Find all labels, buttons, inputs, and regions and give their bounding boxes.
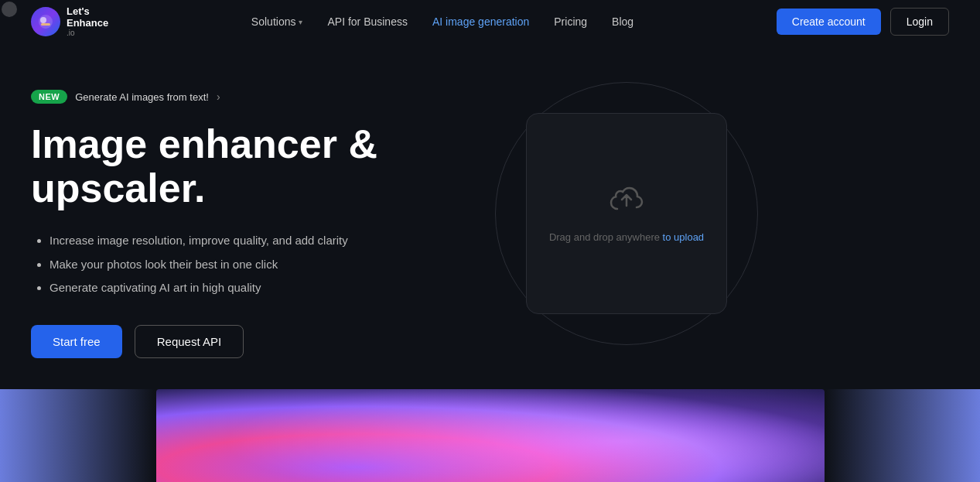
- hero-left: NEW Generate AI images from text! › Imag…: [31, 82, 464, 358]
- bottom-bg-right: [825, 389, 980, 482]
- hero-section: NEW Generate AI images from text! › Imag…: [0, 43, 980, 389]
- new-badge: NEW: [31, 90, 67, 104]
- nav-pricing[interactable]: Pricing: [554, 15, 587, 28]
- new-badge-row: NEW Generate AI images from text! ›: [31, 90, 464, 104]
- svg-rect-2: [41, 23, 50, 26]
- nav-api-business[interactable]: API for Business: [327, 15, 408, 28]
- logo-icon: [31, 7, 60, 36]
- hero-title: Image enhancer & upscaler.: [31, 122, 464, 210]
- upload-circle-outer: Drag and drop anywhere to upload: [495, 82, 758, 345]
- bullet-3: Generate captivating AI art in high qual…: [50, 279, 464, 297]
- nav-blog[interactable]: Blog: [612, 15, 633, 28]
- nav-actions: Create account Login: [777, 8, 949, 36]
- upload-link[interactable]: to upload: [663, 231, 705, 243]
- badge-text: Generate AI images from text!: [75, 91, 209, 103]
- gradient-preview: [156, 389, 825, 482]
- bottom-section: [0, 389, 980, 482]
- nav-links: Solutions ▾ API for Business AI image ge…: [251, 15, 633, 28]
- upload-cloud-icon: [608, 184, 645, 222]
- upload-text: Drag and drop anywhere to upload: [549, 231, 704, 243]
- start-free-button[interactable]: Start free: [31, 325, 122, 358]
- hero-right: Drag and drop anywhere to upload: [464, 82, 789, 345]
- nav-ai-image-gen[interactable]: AI image generation: [432, 15, 529, 28]
- navbar: Let's Enhance .io Solutions ▾ API for Bu…: [0, 0, 980, 43]
- bullet-2: Make your photos look their best in one …: [50, 256, 464, 274]
- svg-point-1: [40, 17, 46, 23]
- logo[interactable]: Let's Enhance .io: [31, 6, 108, 37]
- login-button[interactable]: Login: [890, 8, 949, 36]
- request-api-button[interactable]: Request API: [135, 325, 244, 358]
- chevron-down-icon: ▾: [299, 18, 302, 26]
- bullet-1: Increase image resolution, improve quali…: [50, 232, 464, 250]
- create-account-button[interactable]: Create account: [777, 9, 881, 35]
- gradient-blob2: [156, 389, 825, 482]
- hero-bullets: Increase image resolution, improve quali…: [31, 232, 464, 297]
- upload-dropzone[interactable]: Drag and drop anywhere to upload: [526, 113, 727, 314]
- bottom-bg-left: [0, 389, 155, 482]
- badge-arrow-icon: ›: [217, 91, 220, 103]
- logo-text: Let's Enhance .io: [67, 6, 108, 37]
- nav-solutions[interactable]: Solutions ▾: [251, 15, 303, 28]
- hero-buttons: Start free Request API: [31, 325, 464, 358]
